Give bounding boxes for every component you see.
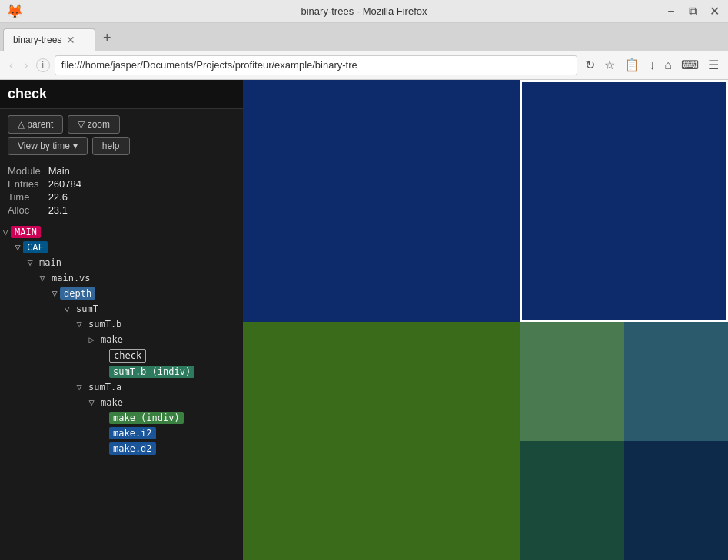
tree-node-depth-node[interactable]: ▽depth (0, 286, 243, 301)
firefox-icon: 🦊 (6, 3, 23, 20)
tree-label-main-vs[interactable]: main.vs (48, 272, 95, 284)
tree-toggle-sumt-b-node[interactable]: ▽ (74, 319, 85, 330)
minimize-button[interactable]: − (663, 5, 679, 18)
active-tab[interactable]: binary-trees ✕ (3, 28, 95, 51)
back-button[interactable]: ‹ (6, 57, 16, 74)
tree-label-check-node[interactable]: check (109, 349, 146, 363)
tree-indent (25, 273, 37, 283)
tree-node-sumt-a-node[interactable]: ▽sumT.a (0, 379, 243, 395)
keyboard-button[interactable]: ⌨ (678, 56, 702, 74)
tree-label-sumt-b-node[interactable]: sumT.b (85, 318, 125, 330)
entries-value: 260784 (48, 177, 89, 191)
close-button[interactable]: ✕ (706, 4, 722, 18)
tree-indent (74, 443, 86, 454)
view-by-time-label: View by time (18, 141, 70, 151)
tree-label-make-node[interactable]: make (97, 333, 127, 346)
tree-toggle-depth-node[interactable]: ▽ (49, 288, 60, 299)
tree-node-main-fn[interactable]: ▽main (0, 255, 243, 270)
tree-node-caf-node[interactable]: ▽CAF (0, 240, 243, 255)
tree-indent (61, 319, 74, 330)
viz-sub-bottomright[interactable] (624, 441, 729, 560)
tree-indent (86, 443, 98, 454)
download-button[interactable]: ↓ (646, 57, 658, 74)
tree-indent (0, 242, 12, 253)
tree-label-sumt-a-node[interactable]: sumT.a (85, 381, 125, 393)
tree-toggle-main-fn[interactable]: ▽ (25, 257, 35, 268)
zoom-button[interactable]: ▽ zoom (68, 115, 120, 134)
tree-label-sumt-b-indiv[interactable]: sumT.b (indiv) (109, 366, 194, 378)
tree-node-sumt-node[interactable]: ▽sumT (0, 301, 243, 316)
tree-indent (49, 366, 61, 377)
info-icon[interactable]: i (36, 58, 50, 72)
tree-indent (25, 413, 37, 423)
reading-button[interactable]: 📋 (621, 56, 643, 74)
tree-indent (12, 303, 25, 314)
viz-sub-topleft[interactable] (520, 322, 624, 441)
viz-cell-topleft[interactable] (243, 80, 520, 322)
restore-button[interactable]: ⧉ (685, 5, 700, 18)
tree-node-sumt-b-node[interactable]: ▽sumT.b (0, 316, 243, 332)
tab-close-button[interactable]: ✕ (66, 34, 75, 46)
tree-indent (37, 366, 49, 377)
parent-button[interactable]: △ parent (8, 115, 63, 134)
tree-label-sumt-node[interactable]: sumT (72, 303, 102, 315)
tree-node-main-node[interactable]: ▽MAIN (0, 224, 243, 240)
tree-indent (86, 366, 98, 377)
tree-indent (61, 366, 74, 377)
home-button[interactable]: ⌂ (661, 57, 675, 74)
tree-toggle-make-a-node[interactable]: ▽ (86, 397, 97, 408)
viz-sub-topright[interactable] (624, 322, 729, 441)
tree-indent (37, 413, 49, 423)
tree-indent (74, 366, 86, 377)
tree-toggle-caf-node[interactable]: ▽ (12, 242, 23, 253)
module-label: Module (8, 164, 48, 177)
address-bar: ‹ › i ↻ ☆ 📋 ↓ ⌂ ⌨ ☰ (0, 51, 728, 80)
tree-label-make-indiv[interactable]: make (indiv) (109, 412, 184, 424)
tree-label-caf-node[interactable]: CAF (23, 241, 48, 253)
forward-button[interactable]: › (21, 57, 31, 74)
tree-node-make-a-node[interactable]: ▽make (0, 395, 243, 410)
tree-toggle-main-node[interactable]: ▽ (0, 227, 11, 237)
view-by-time-button[interactable]: View by time ▾ (8, 137, 88, 155)
tree-indent (61, 382, 74, 393)
main-content: check △ parent ▽ zoom View by time ▾ hel… (0, 80, 728, 560)
star-button[interactable]: ☆ (601, 56, 618, 74)
tree-indent (37, 443, 49, 454)
tree-label-make-i2[interactable]: make.i2 (109, 427, 156, 439)
tree-indent (25, 443, 37, 454)
tree-indent (49, 443, 61, 454)
tree-label-make-d2[interactable]: make.d2 (109, 442, 156, 455)
tree-indent (86, 428, 98, 439)
tree-indent (74, 413, 86, 423)
tree-toggle-sumt-a-node[interactable]: ▽ (74, 382, 85, 393)
menu-button[interactable]: ☰ (705, 56, 722, 74)
tree-indent (12, 443, 25, 454)
tree-node-check-node[interactable]: check (0, 347, 243, 364)
tree-label-main-node[interactable]: MAIN (11, 226, 41, 238)
tree-node-make-i2[interactable]: make.i2 (0, 426, 243, 441)
tree-label-make-a-node[interactable]: make (97, 396, 127, 409)
viz-sub-bottomleft[interactable] (520, 441, 624, 560)
tree-toggle-sumt-node[interactable]: ▽ (61, 303, 72, 314)
tree-node-make-d2[interactable]: make.d2 (0, 441, 243, 456)
tree-label-depth-node[interactable]: depth (60, 287, 95, 300)
tree-indent (61, 334, 74, 345)
reload-button[interactable]: ↻ (582, 56, 598, 74)
tree-toggle-main-vs[interactable]: ▽ (37, 273, 48, 283)
tree-node-main-vs[interactable]: ▽main.vs (0, 270, 243, 286)
tree-node-sumt-b-indiv[interactable]: sumT.b (indiv) (0, 364, 243, 379)
new-tab-button[interactable]: + (95, 25, 119, 51)
viz-cell-topright[interactable] (520, 80, 728, 322)
tree-node-make-indiv[interactable]: make (indiv) (0, 410, 243, 426)
tree-node-make-node[interactable]: ▷make (0, 332, 243, 347)
tree-indent (12, 273, 25, 283)
tree-indent (61, 443, 74, 454)
tree-indent (37, 319, 49, 330)
url-input[interactable] (55, 55, 578, 75)
viz-cell-bottomleft[interactable] (243, 322, 520, 560)
tree-area: ▽MAIN▽CAF▽main▽main.vs▽depth▽sumT▽sumT.b… (0, 221, 243, 560)
help-button[interactable]: help (92, 137, 130, 155)
tree-label-main-fn[interactable]: main (35, 257, 65, 269)
tree-toggle-make-node[interactable]: ▷ (86, 334, 97, 345)
time-value: 22.6 (48, 191, 89, 204)
